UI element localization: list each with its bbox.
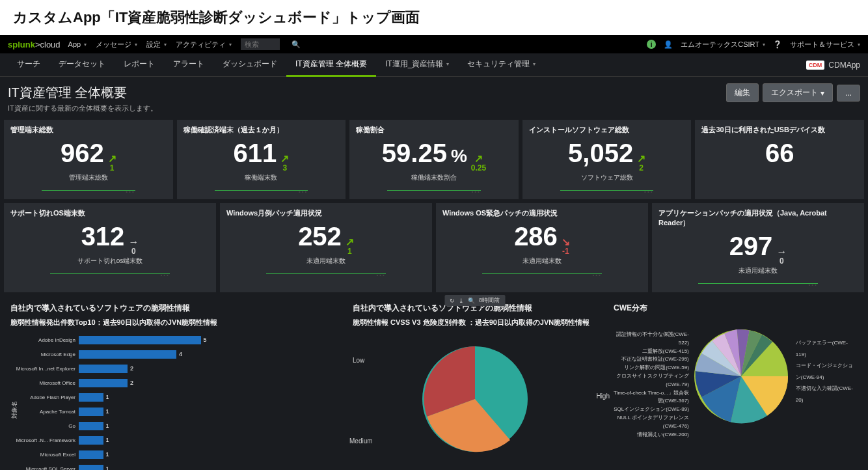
panel-title: 稼働割合 <box>356 125 512 135</box>
bar-row[interactable]: Adobe InDesign5 <box>79 334 323 346</box>
panel-toolbar[interactable]: ↻ ⤓ 🔍 8時間前 <box>444 295 505 306</box>
page-title: カスタムApp「IT資産脆弱性診断ダッシュボード」トップ画面 <box>0 0 868 35</box>
export-button[interactable]: エクスポート ▾ <box>763 83 833 102</box>
bar-row[interactable]: Microsoft In...net Explorer2 <box>79 363 323 374</box>
topbar-menu: App メッセージ 設定 アクティビティ 🔍 <box>68 38 647 50</box>
pie-chart[interactable]: High Medium Low <box>353 334 597 458</box>
menu-settings[interactable]: 設定 <box>146 40 167 49</box>
trend-up-icon: ↗0.25 <box>471 154 486 172</box>
nav-it-ops[interactable]: IT運用_資産情報 <box>376 53 458 77</box>
kpi-value: 312 <box>81 222 125 251</box>
chart-row: 自社内で導入されているソフトウェアの脆弱性情報 脆弱性情報発出件数Top10：過… <box>0 292 868 470</box>
kpi-caption: 稼働端末数 <box>183 173 340 182</box>
panel-title: 管理端末総数 <box>10 125 167 135</box>
chart-subtitle: 脆弱性情報 CVSS V3 危険度別件数 ：過去90日以内取得のJVN脆弱性情報 <box>353 318 597 327</box>
support-menu[interactable]: サポート＆サービス <box>790 40 860 49</box>
kpi-caption: 未適用端末数 <box>226 256 426 266</box>
more-button[interactable]: ... <box>837 85 860 102</box>
bar-chart-panel: 自社内で導入されているソフトウェアの脆弱性情報 脆弱性情報発出件数Top10：過… <box>4 296 342 470</box>
kpi-active-confirmed: 稼働確認済端末（過去１か月） 611↗3 稼働端末数 ••• <box>177 120 346 199</box>
bar-row[interactable]: Microsoft SQL Server1 <box>79 463 323 470</box>
nav-it-asset-overview[interactable]: IT資産管理 全体概要 <box>286 53 376 77</box>
kpi-value: 962 <box>61 139 104 168</box>
kpi-row-1: 管理端末総数 962↗1 管理端末総数 ••• 稼働確認済端末（過去１か月） 6… <box>0 120 868 199</box>
splunk-app: splunk>cloud App メッセージ 設定 アクティビティ 🔍 i 👤 … <box>0 35 868 470</box>
kpi-value: 5,052 <box>568 139 633 168</box>
trend-up-icon: ↗2 <box>637 154 645 172</box>
trend-flat-icon: →0 <box>128 237 139 255</box>
kpi-row-2: サポート切れOS端末数 312→0 サポート切れos端末数 ••• Window… <box>0 203 868 292</box>
sparkline: ••• <box>10 268 210 279</box>
kpi-value: 297 <box>729 232 773 261</box>
bar-row[interactable]: Adobe Flash Player1 <box>79 391 323 403</box>
user-menu[interactable]: エムオーテックスCSIRT <box>681 40 765 49</box>
dashboard-subtitle: IT資産に関する最新の全体概要を表示します。 <box>0 104 868 120</box>
sparkline: ••• <box>356 185 512 195</box>
kpi-value: 66 <box>765 139 794 168</box>
search-icon[interactable]: 🔍 <box>468 297 475 304</box>
nav-alert[interactable]: アラート <box>164 53 213 77</box>
kpi-eol-os: サポート切れOS端末数 312→0 サポート切れos端末数 ••• <box>4 203 216 292</box>
kpi-caption: ソフトウェア総数 <box>529 173 685 182</box>
edit-button[interactable]: 編集 <box>726 83 759 102</box>
menu-activity[interactable]: アクティビティ <box>176 40 232 49</box>
kpi-monthly-patch: Windows月例パッチ適用状況 252↗1 未適用端末数 ••• <box>220 203 432 292</box>
dashboard-title: IT資産管理 全体概要 <box>8 84 722 102</box>
cwe-legend-left: 認証情報の不十分な保護(CWE-522)二重解放(CWE-415)不正な証明書検… <box>614 318 689 439</box>
panel-title: Windows月例パッチ適用状況 <box>226 208 426 218</box>
pie-cvss-panel: ↻ ⤓ 🔍 8時間前 自社内で導入されているソフトウェアの脆弱性情報 脆弱性情報… <box>346 296 603 470</box>
app-badge: CDM <box>806 61 825 70</box>
trend-up-icon: ↗1 <box>108 154 116 172</box>
app-name[interactable]: CDMApp <box>828 61 860 70</box>
global-search-input[interactable] <box>241 38 280 50</box>
chart-title: CWE分布 <box>614 303 858 314</box>
bar-row[interactable]: Microsoft Edge4 <box>79 348 323 360</box>
trend-up-icon: ↗3 <box>280 154 289 172</box>
sparkline: ••• <box>226 268 426 279</box>
nav-search[interactable]: サーチ <box>8 53 49 77</box>
app-navbar: サーチ データセット レポート アラート ダッシュボード IT資産管理 全体概要… <box>0 53 868 77</box>
sparkline: ••• <box>442 268 642 279</box>
kpi-emergency-patch: Windows OS緊急パッチの適用状況 286↘-1 未適用端末数 ••• <box>436 203 648 292</box>
bar-chart[interactable]: 対象名 Adobe InDesign5Microsoft Edge4Micros… <box>10 334 336 470</box>
bar-row[interactable]: Microsoft .N... Framework1 <box>79 434 323 446</box>
pie-label-high: High <box>596 393 610 400</box>
nav-dataset[interactable]: データセット <box>49 53 115 77</box>
panel-title: サポート切れOS端末数 <box>10 208 210 218</box>
kpi-usb-devices: 過去30日に利用されたUSBデバイス数 66 <box>695 120 864 199</box>
chart-title: 自社内で導入されているソフトウェアの脆弱性情報 <box>10 303 336 314</box>
panel-title: 過去30日に利用されたUSBデバイス数 <box>701 125 858 135</box>
trend-flat-icon: →0 <box>776 247 787 265</box>
kpi-value: 59.25 <box>382 139 447 168</box>
pie-label-medium: Medium <box>349 437 373 445</box>
cwe-panel: CWE分布 認証情報の不十分な保護(CWE-522)二重解放(CWE-415)不… <box>607 296 864 470</box>
pie-label-low: Low <box>353 357 364 364</box>
bar-row[interactable]: Microsoft Excel1 <box>79 449 323 460</box>
kpi-active-ratio: 稼働割合 59.25%↗0.25 稼働端末数割合 ••• <box>349 120 519 199</box>
kpi-caption: 未適用端末数 <box>658 266 858 275</box>
kpi-value: 611 <box>234 139 277 168</box>
search-icon[interactable]: 🔍 <box>292 40 301 49</box>
refresh-icon[interactable]: ↻ <box>450 297 455 304</box>
cwe-legend-right: バッファエラー(CWE-119)コード・インジェクション(CWE-94)不適切な… <box>793 318 858 439</box>
kpi-caption: 未適用端末数 <box>442 256 642 266</box>
nav-security[interactable]: セキュリティ管理 <box>458 53 545 77</box>
download-icon[interactable]: ⤓ <box>459 297 464 304</box>
info-icon[interactable]: i <box>647 40 656 49</box>
bar-row[interactable]: Go1 <box>79 420 323 432</box>
sparkline: ••• <box>183 185 340 195</box>
time-indicator: 8時間前 <box>479 296 500 305</box>
cwe-pie-chart[interactable] <box>689 318 793 439</box>
bar-row[interactable]: Apache Tomcat1 <box>79 406 323 417</box>
kpi-value: 286 <box>514 222 558 251</box>
trend-down-icon: ↘-1 <box>562 237 570 255</box>
panel-title: インストールソフトウェア総数 <box>529 125 685 135</box>
menu-app[interactable]: App <box>68 40 87 48</box>
nav-dashboard[interactable]: ダッシュボード <box>213 53 286 77</box>
kpi-value: 252 <box>298 222 342 251</box>
chart-subtitle: 脆弱性情報発出件数Top10：過去90日以内取得のJVN脆弱性情報 <box>10 318 336 327</box>
bar-row[interactable]: Microsoft Office2 <box>79 377 323 389</box>
nav-report[interactable]: レポート <box>115 53 164 77</box>
panel-title: Windows OS緊急パッチの適用状況 <box>442 208 642 218</box>
menu-messages[interactable]: メッセージ <box>96 40 137 49</box>
